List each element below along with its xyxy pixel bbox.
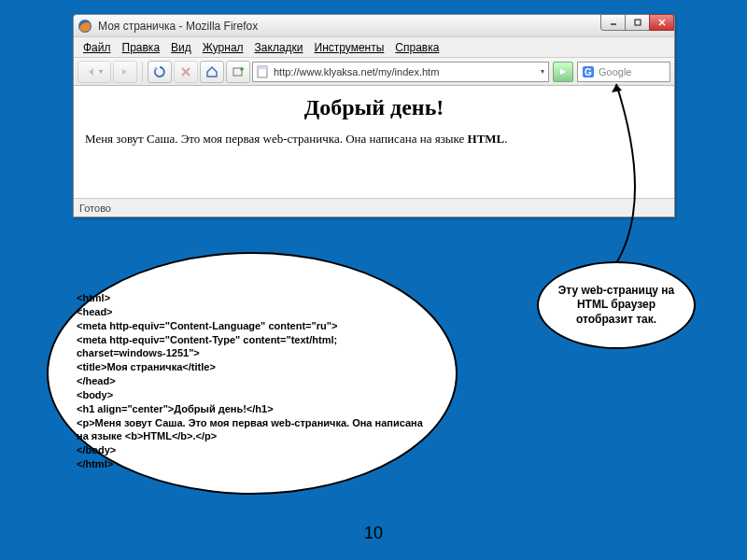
window-title: Моя страничка - Mozilla Firefox <box>98 20 670 33</box>
titlebar: Моя страничка - Mozilla Firefox <box>74 15 674 37</box>
forward-button[interactable] <box>113 61 137 83</box>
menu-view[interactable]: Вид <box>165 39 197 56</box>
window-controls <box>601 14 674 31</box>
statusbar: Готово <box>74 198 674 217</box>
page-paragraph: Меня зовут Саша. Это моя первая web-стра… <box>85 132 663 147</box>
page-heading: Добрый день! <box>85 95 663 120</box>
svg-rect-2 <box>635 20 641 25</box>
note-ellipse: Эту web-страницу на HTML браузер отобраз… <box>537 261 696 349</box>
url-text: http://www.klyaksa.net/my/index.htm <box>274 66 439 77</box>
menu-history[interactable]: Журнал <box>197 39 249 56</box>
go-button[interactable] <box>553 62 573 82</box>
page-icon <box>257 65 270 78</box>
svg-rect-11 <box>258 66 267 69</box>
menu-bookmarks[interactable]: Закладки <box>249 39 309 56</box>
url-dropdown-icon[interactable]: ▾ <box>541 67 544 76</box>
browser-window: Моя страничка - Mozilla Firefox Файл Пра… <box>73 14 675 217</box>
firefox-icon <box>78 19 92 34</box>
search-box[interactable]: G Google <box>577 62 670 82</box>
slide-number: 10 <box>0 524 747 543</box>
menu-file[interactable]: Файл <box>78 39 117 56</box>
newtab-button[interactable] <box>226 61 250 83</box>
home-button[interactable] <box>200 61 224 83</box>
html-source-listing: <html> <head> <meta http-equiv="Content-… <box>77 291 428 471</box>
back-button[interactable]: ▾ <box>78 61 111 83</box>
menubar: Файл Правка Вид Журнал Закладки Инструме… <box>74 37 674 58</box>
google-icon: G <box>582 65 595 78</box>
reload-button[interactable] <box>148 61 172 83</box>
svg-text:G: G <box>585 67 592 77</box>
maximize-button[interactable] <box>625 14 650 31</box>
menu-help[interactable]: Справка <box>389 39 444 56</box>
close-button[interactable] <box>649 14 674 31</box>
status-text: Готово <box>79 203 111 214</box>
search-placeholder: Google <box>599 66 631 77</box>
toolbar: ▾ http://www.klyaksa.net/my/index.htm ▾ … <box>74 58 674 86</box>
minimize-button[interactable] <box>600 14 626 31</box>
address-bar[interactable]: http://www.klyaksa.net/my/index.htm ▾ <box>252 62 549 82</box>
page-content: Добрый день! Меня зовут Саша. Это моя пе… <box>74 86 674 198</box>
menu-edit[interactable]: Правка <box>117 39 166 56</box>
separator <box>142 62 143 82</box>
menu-tools[interactable]: Инструменты <box>309 39 390 56</box>
stop-button[interactable] <box>174 61 198 83</box>
note-text: Эту web-страницу на HTML браузер отобраз… <box>552 284 681 328</box>
code-ellipse: <html> <head> <meta http-equiv="Content-… <box>47 252 458 495</box>
